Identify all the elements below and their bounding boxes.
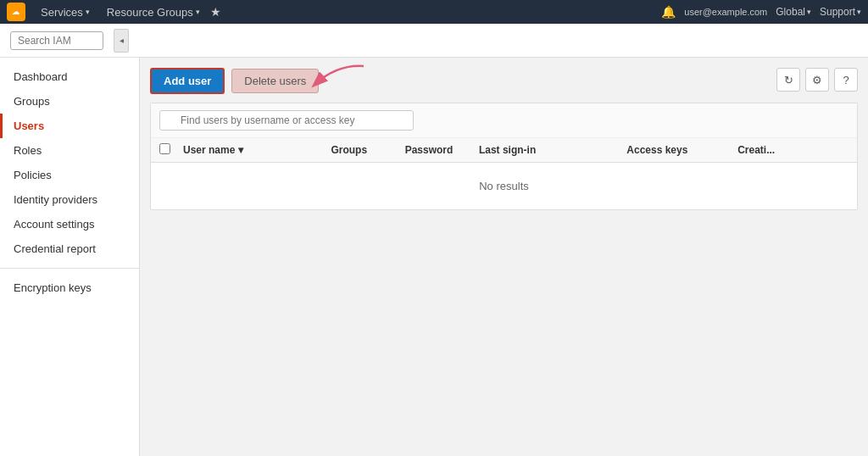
support-menu[interactable]: Support ▾ (820, 6, 861, 18)
refresh-button[interactable]: ↻ (776, 68, 800, 92)
sidebar-item-policies[interactable]: Policies (0, 163, 139, 187)
no-results-message: No results (151, 163, 857, 209)
svg-text:☁: ☁ (12, 8, 19, 16)
select-all-checkbox[interactable] (159, 143, 170, 154)
refresh-icon: ↻ (784, 74, 793, 86)
bookmark-icon[interactable]: ★ (210, 5, 221, 19)
sidebar-toggle-button[interactable]: ◂ (114, 29, 129, 53)
main-layout: Dashboard Groups Users Roles Policies Id… (0, 58, 868, 456)
column-sort-icon: ▾ (238, 144, 243, 156)
column-header-last-signin: Last sign-in (479, 144, 626, 156)
column-header-password: Password (405, 144, 479, 156)
resource-groups-menu[interactable]: Resource Groups ▾ (100, 4, 207, 20)
no-results-text: No results (479, 180, 529, 192)
action-bar: Add user Delete users (150, 68, 858, 94)
top-right-icon-group: ↻ ⚙ ? (776, 68, 858, 92)
sidebar-item-groups[interactable]: Groups (0, 89, 139, 114)
users-search-input[interactable] (159, 110, 414, 131)
sidebar-item-dashboard[interactable]: Dashboard (0, 64, 139, 89)
sidebar: Dashboard Groups Users Roles Policies Id… (0, 58, 140, 456)
column-header-creation: Creati... (737, 144, 849, 156)
column-creation-label: Creati... (737, 144, 775, 156)
global-menu[interactable]: Global ▾ (776, 6, 811, 18)
services-label: Services (41, 6, 83, 19)
search-iam-input[interactable] (10, 31, 103, 50)
table-header-row: User name ▾ Groups Password Last sign-in… (151, 138, 857, 163)
global-label: Global (776, 6, 805, 18)
column-username-label: User name (183, 144, 235, 156)
services-menu[interactable]: Services ▾ (34, 4, 97, 20)
top-navigation: ☁ Services ▾ Resource Groups ▾ ★ 🔔 user@… (0, 0, 868, 24)
resource-groups-arrow-icon: ▾ (196, 8, 200, 16)
notification-icon[interactable]: 🔔 (661, 5, 676, 19)
aws-logo: ☁ (7, 3, 25, 21)
resource-groups-label: Resource Groups (107, 6, 193, 19)
select-all-checkbox-container (159, 143, 183, 157)
help-button[interactable]: ? (834, 68, 858, 92)
support-arrow-icon: ▾ (857, 8, 861, 16)
sidebar-item-credential-report[interactable]: Credential report (0, 236, 139, 261)
settings-button[interactable]: ⚙ (805, 68, 829, 92)
column-groups-label: Groups (331, 144, 367, 156)
sidebar-item-users[interactable]: Users (0, 114, 139, 138)
global-arrow-icon: ▾ (807, 8, 811, 16)
column-header-username[interactable]: User name ▾ (183, 144, 331, 156)
users-table-container: 🔍 User name ▾ Groups Password (150, 103, 858, 210)
sidebar-item-identity-providers[interactable]: Identity providers (0, 187, 139, 212)
main-content: Add user Delete users ↻ ⚙ ? (140, 58, 868, 456)
table-search-bar: 🔍 (151, 103, 857, 138)
services-arrow-icon: ▾ (86, 8, 90, 16)
arrow-annotation (303, 63, 370, 93)
sidebar-item-account-settings[interactable]: Account settings (0, 212, 139, 236)
search-wrapper: 🔍 (159, 110, 414, 131)
column-header-access-keys: Access keys (626, 144, 737, 156)
support-label: Support (820, 6, 855, 18)
gear-icon: ⚙ (812, 74, 822, 86)
toolbar: ◂ (0, 24, 868, 58)
sidebar-item-roles[interactable]: Roles (0, 138, 139, 163)
column-access-keys-label: Access keys (626, 144, 687, 156)
sidebar-item-encryption-keys[interactable]: Encryption keys (0, 275, 139, 300)
column-password-label: Password (405, 144, 453, 156)
add-user-button[interactable]: Add user (150, 68, 225, 94)
sidebar-divider (0, 268, 139, 269)
account-label[interactable]: user@example.com (684, 7, 767, 17)
column-header-groups: Groups (331, 144, 404, 156)
column-last-signin-label: Last sign-in (479, 144, 536, 156)
help-icon: ? (843, 74, 849, 86)
